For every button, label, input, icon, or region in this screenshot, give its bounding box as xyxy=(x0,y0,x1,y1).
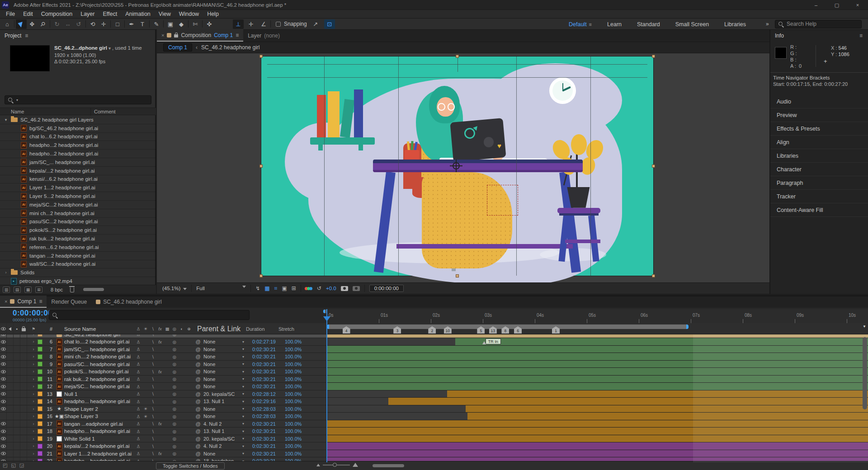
layer-eye-toggle[interactable] xyxy=(0,346,7,353)
close-button[interactable]: × xyxy=(847,0,868,10)
parent-dropdown[interactable]: 13. Null 1▾ xyxy=(203,428,246,435)
parent-dropdown[interactable]: None▾ xyxy=(203,450,246,458)
parent-dropdown[interactable] xyxy=(203,334,246,338)
new-composition-icon[interactable]: ▦ xyxy=(24,287,32,293)
layer-eye-toggle[interactable] xyxy=(0,435,7,443)
layer-bar[interactable] xyxy=(327,334,868,338)
pickwhip-icon[interactable]: @ xyxy=(193,405,203,413)
layer-bar-area[interactable] xyxy=(327,361,868,368)
snap-options-icon[interactable]: ↗ xyxy=(310,19,321,29)
layer-label-chip[interactable] xyxy=(36,346,43,353)
pickwhip-icon[interactable]: @ xyxy=(193,390,203,398)
source-name-header[interactable]: Source Name xyxy=(64,323,135,334)
region-of-interest-icon[interactable]: ⌗ xyxy=(274,285,278,291)
layer-lock-toggle[interactable] xyxy=(20,334,27,338)
motion-blur-switch[interactable]: ◎ xyxy=(171,406,178,411)
panel-section-character[interactable]: Character xyxy=(770,163,868,176)
layer-label-chip[interactable] xyxy=(36,353,43,361)
layer-label-chip[interactable] xyxy=(36,398,43,405)
parent-dropdown[interactable]: 13. Null 1▾ xyxy=(203,398,246,405)
layer-label-chip[interactable] xyxy=(36,428,43,435)
project-item-solids[interactable]: ›Solids xyxy=(0,268,156,277)
interpret-footage-icon[interactable]: ▥ xyxy=(3,287,10,293)
layer-bar-area[interactable] xyxy=(327,383,868,390)
motion-blur-switch[interactable]: ◎ xyxy=(171,347,178,352)
pickwhip-icon[interactable]: @ xyxy=(193,398,203,405)
effects-switch[interactable]: fx xyxy=(156,369,164,374)
layer-audio-toggle[interactable] xyxy=(7,450,14,458)
parent-dropdown-box[interactable]: None▾ xyxy=(203,384,244,389)
tool-brush-icon[interactable]: ✎ xyxy=(151,19,162,29)
pickwhip-icon[interactable] xyxy=(193,334,203,338)
project-item-pokok-s-2-headphone-girl-ai[interactable]: Aipokok/S...2 headphone girl.ai xyxy=(0,226,156,235)
project-settings-icon[interactable]: ⊞ xyxy=(35,287,42,293)
folder-expander-icon[interactable]: ▾ xyxy=(3,118,9,122)
column-comment[interactable]: Comment xyxy=(94,109,116,114)
layer-audio-toggle[interactable] xyxy=(7,368,14,376)
layer-row-9[interactable]: ›9Aipasu/SC... headphone girl.ai♙∖◎@None… xyxy=(0,361,868,368)
parent-dropdown[interactable]: None▾ xyxy=(203,405,246,413)
menu-item-edit[interactable]: Edit xyxy=(19,11,37,17)
parent-dropdown-box[interactable]: 13. Null 1▾ xyxy=(203,428,244,434)
selection-handle[interactable] xyxy=(259,164,263,168)
selection-handle[interactable] xyxy=(259,274,263,277)
layer-lock-toggle[interactable] xyxy=(20,442,27,450)
layer-lock-toggle[interactable] xyxy=(20,383,27,390)
project-search-input[interactable]: ▾ xyxy=(5,95,151,104)
tab-composition[interactable]: × Composition Comp 1 ≡ xyxy=(157,29,243,42)
layer-audio-toggle[interactable] xyxy=(7,435,14,443)
motion-blur-switch[interactable]: ◎ xyxy=(171,376,178,381)
layer-bar-area[interactable] xyxy=(327,442,868,450)
layer-bar[interactable] xyxy=(327,450,868,457)
layer-bar-area[interactable] xyxy=(327,405,868,413)
resolution-dropdown[interactable]: Full xyxy=(196,286,246,291)
layer-audio-toggle[interactable] xyxy=(7,413,14,420)
layer-expander-icon[interactable]: › xyxy=(31,435,36,443)
playhead-caret[interactable] xyxy=(323,316,330,321)
workspace-menu-icon[interactable]: ≡ xyxy=(589,22,592,27)
project-item-meja-sc-2-headphone-girl-ai[interactable]: Aimeja/SC...2 headphone girl.ai xyxy=(0,201,156,209)
shy-switch[interactable]: ♙ xyxy=(135,354,142,359)
layer-expander-icon[interactable]: › xyxy=(31,420,36,428)
tool-pan-camera-icon[interactable]: ↔ xyxy=(62,19,73,29)
layer-lock-toggle[interactable] xyxy=(20,428,27,435)
quality-switch[interactable]: ∖ xyxy=(149,376,156,381)
parent-dropdown-box[interactable]: None▾ xyxy=(203,406,244,412)
pickwhip-icon[interactable]: @ xyxy=(193,435,203,443)
layer-lock-toggle[interactable] xyxy=(20,405,27,413)
parent-dropdown-box[interactable]: 4. Null 2▾ xyxy=(203,443,244,449)
quality-switch[interactable]: ∖ xyxy=(149,334,156,337)
axis-local-axis-icon[interactable]: ⊥ xyxy=(233,19,244,29)
layer-bar-area[interactable] xyxy=(327,398,868,405)
parent-dropdown[interactable]: None▾ xyxy=(203,346,246,353)
quality-switch[interactable]: ∖ xyxy=(149,436,156,441)
layer-bar[interactable] xyxy=(327,361,868,368)
layer-bar[interactable] xyxy=(327,346,868,353)
stretch-header[interactable]: Stretch xyxy=(275,323,300,334)
panel-section-content-aware-fill[interactable]: Content-Aware Fill xyxy=(770,203,868,217)
layer-row-10[interactable]: ›10Aipokok/S... headphone girl.ai♙∖fx◎@N… xyxy=(0,368,868,376)
menu-item-effect[interactable]: Effect xyxy=(99,11,121,17)
layer-bar[interactable] xyxy=(327,435,868,442)
composition-viewer[interactable]: ♥ xyxy=(157,53,769,282)
motion-blur-switch[interactable]: ◎ xyxy=(171,414,178,419)
motion-blur-switch[interactable]: ◎ xyxy=(171,436,178,441)
project-item-layer-1-2-headphone-girl-ai[interactable]: AiLayer 1...2 headphone girl.ai xyxy=(0,183,156,192)
layer-bar[interactable] xyxy=(327,428,868,435)
layer-lock-toggle[interactable] xyxy=(20,338,27,346)
column-name[interactable]: Name xyxy=(11,109,24,114)
layer-expander-icon[interactable]: › xyxy=(31,368,36,376)
quality-switch[interactable]: ∖ xyxy=(149,414,156,419)
layer-bar-area[interactable] xyxy=(327,338,868,345)
tool-type-icon[interactable]: T xyxy=(137,19,148,29)
project-item-kepala-2-headphone-girl-ai[interactable]: Aikepala/...2 headphone girl.ai xyxy=(0,167,156,175)
layer-row-11[interactable]: ›11Airak buk...2 headphone girl.ai♙∖◎@No… xyxy=(0,376,868,383)
layer-bar-area[interactable] xyxy=(327,420,868,428)
layer-solo-toggle[interactable] xyxy=(14,368,20,376)
pickwhip-icon[interactable]: @ xyxy=(193,383,203,390)
quality-switch[interactable]: ∖ xyxy=(149,391,156,396)
selection-handle[interactable] xyxy=(652,274,655,277)
parent-dropdown-box[interactable]: None▾ xyxy=(203,347,244,352)
axis-world-axis-icon[interactable]: ✛ xyxy=(245,19,256,29)
new-folder-icon[interactable]: ▤ xyxy=(14,287,21,293)
